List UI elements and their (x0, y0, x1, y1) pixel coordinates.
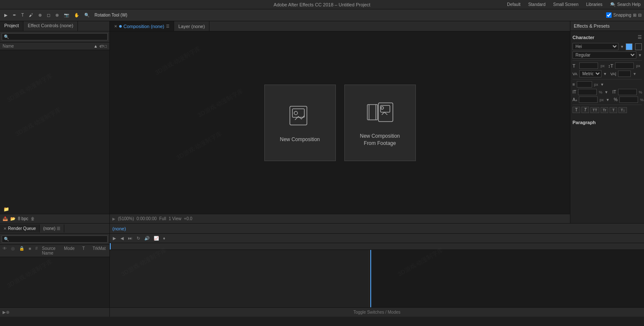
rq-close-icon[interactable]: ✕ (3, 227, 7, 231)
baseline-input[interactable]: 0 px (579, 96, 598, 103)
format-all-caps[interactable]: TT (590, 107, 599, 113)
metrics-select[interactable]: Metrics (579, 70, 601, 77)
timeline-controls: ▶ ◀ ⏭ ↻ 🔊 📈 ♦ (110, 234, 644, 243)
tl-playhead-right (370, 250, 371, 307)
tl-skip-btn[interactable]: ⏭ (127, 235, 134, 241)
tl-marker-btn[interactable]: ♦ (162, 235, 166, 241)
new-composition-from-footage-card[interactable]: New CompositionFrom Footage (344, 85, 416, 161)
zoom-tool[interactable]: 🔍 (83, 12, 91, 18)
style-dropdown-icon: ▼ (638, 53, 642, 57)
camera-tool[interactable]: 📷 (62, 12, 71, 18)
hz-input[interactable]: 0 % (619, 96, 638, 103)
rq-footer-icon2[interactable]: ⊕ (6, 310, 9, 315)
linespace-dropdown: ▼ (600, 82, 604, 87)
wm-tl-left: 3D游戏·动漫制字库 (120, 246, 168, 278)
new-composition-label: New Composition (280, 136, 320, 143)
it-label2: IT (613, 90, 616, 94)
tab-none[interactable]: (none) ☰ (40, 224, 64, 232)
workspace-small-screen[interactable]: Small Screen (550, 1, 581, 8)
character-menu-icon[interactable]: ☰ (638, 34, 642, 40)
workspace-libraries[interactable]: Libraries (583, 1, 606, 8)
hand-tool[interactable]: ✋ (72, 12, 81, 18)
tl-reverse-btn[interactable]: ◀ (119, 235, 125, 241)
hz-unit: % (640, 98, 644, 102)
wm-rq: 3D游戏·动漫制字库 (6, 258, 54, 289)
workspace-buttons: Default Standard Small Screen Libraries … (504, 1, 618, 8)
layer-tab-label: Layer (none) (178, 24, 205, 29)
selection-tool[interactable]: ▶ (3, 12, 9, 18)
comp-tab-menu[interactable]: ☰ (166, 24, 169, 28)
kerning-label: VA| (610, 72, 616, 76)
viewer-timecode: 0:00:00:00 (137, 216, 157, 221)
rq-none-menu[interactable]: ☰ (57, 226, 60, 231)
font-size-input[interactable]: 26 px (579, 62, 598, 69)
character-section: Character ☰ Hei ▼ Regular ▼ (570, 31, 644, 116)
viewer: 3D游戏·动漫制字库 3D游戏·动漫制字库 3D游戏·动漫制字库 New Com… (110, 31, 570, 214)
panel-footer: 📥 📂 8 bpc 🗑 (0, 214, 109, 223)
format-italic[interactable]: T (581, 107, 589, 113)
search-label[interactable]: Search Help (617, 2, 641, 7)
brush-tool[interactable]: 🖌 (27, 12, 35, 18)
scale-input1[interactable]: 100 % (578, 89, 597, 95)
project-search-input[interactable] (2, 33, 108, 40)
expand-icon: ⊟ (638, 13, 641, 17)
linespace-unit: px (594, 82, 598, 87)
format-small-caps[interactable]: Tr (601, 107, 608, 113)
new-folder-icon[interactable]: 📁 (3, 207, 9, 212)
rq-tab-label: Render Queue (8, 226, 36, 231)
tl-graph-btn[interactable]: 📈 (152, 235, 160, 241)
tab-layer[interactable]: Layer (none) (174, 21, 209, 31)
roto-tool[interactable]: ⊗ (54, 12, 60, 18)
clone-tool[interactable]: ⊕ (37, 12, 43, 18)
tab-effect-controls[interactable]: Effect Controls (none) (23, 21, 78, 31)
comp-tab-dot (119, 25, 122, 28)
format-super[interactable]: T (610, 107, 617, 113)
shape-tool[interactable]: ◻ (45, 12, 52, 18)
new-composition-card[interactable]: New Composition (264, 85, 336, 161)
tab-composition[interactable]: ✕ Composition (none) ☰ (110, 21, 174, 31)
folder-icon[interactable]: 📂 (10, 216, 15, 221)
scale2-unit: % (639, 90, 642, 94)
scale1-unit: % (599, 90, 602, 94)
tab-render-queue[interactable]: ✕ Render Queue (0, 224, 40, 232)
kerning-input[interactable]: 0 (618, 71, 631, 77)
comp-tab-close[interactable]: ✕ (114, 24, 117, 28)
rotation-tool-label: Rotation Tool (W) (94, 13, 127, 17)
separator-2 (572, 79, 642, 79)
tl-play-btn[interactable]: ▶ (112, 235, 117, 241)
import-icon[interactable]: 📥 (3, 216, 8, 221)
timeline: (none) ▶ ◀ ⏭ ↻ 🔊 📈 ♦ 3D游戏·动漫制字库 3D游戏·动漫制… (110, 224, 644, 317)
new-composition-icon (286, 102, 314, 129)
workspace-standard[interactable]: Standard (525, 1, 549, 8)
viewer-cards: New Composition (264, 85, 416, 161)
scale-input2[interactable]: 100 % (618, 89, 637, 95)
font-size-input2[interactable]: 92.4 px (615, 62, 634, 69)
stroke-color-swatch[interactable] (635, 43, 642, 50)
rq-search-input[interactable] (2, 235, 108, 243)
wm-viewer-2: 3D游戏·动漫制字库 (197, 87, 245, 119)
workspace-default[interactable]: Default (504, 1, 524, 8)
project-search-area (0, 31, 109, 43)
title-text: Adobe After Effects CC 2018 – Untitled P… (274, 2, 370, 7)
line-spacing-input[interactable]: - px (577, 81, 592, 88)
main-layout: Project Effect Controls (none) Name ▲ 🏷 … (0, 21, 644, 223)
rq-footer-icon1[interactable]: ▶ (3, 310, 6, 315)
text-tool[interactable]: T (20, 12, 26, 18)
style-select[interactable]: Regular (572, 51, 636, 59)
tab-project[interactable]: Project (0, 21, 23, 31)
font-select[interactable]: Hei (572, 43, 618, 50)
col-source-name: Source Name (42, 246, 56, 255)
format-sub[interactable]: T↓ (618, 107, 627, 113)
snapping-icon: ⊞ (633, 13, 636, 17)
snapping-checkbox[interactable] (606, 12, 612, 18)
scale-row1: IT 100 % % ▼ IT 100 % % ▼ (572, 89, 642, 95)
format-bold[interactable]: T (572, 107, 580, 113)
tl-mute-btn[interactable]: 🔊 (143, 235, 151, 241)
tl-loop-btn[interactable]: ↻ (135, 235, 141, 241)
pen-tool[interactable]: ✒ (11, 12, 18, 18)
delete-icon[interactable]: 🗑 (31, 216, 35, 221)
wm-viewer-3: 3D游戏·动漫制字库 (175, 130, 223, 162)
size-icon-2: ↕T (608, 63, 613, 68)
font-color-swatch[interactable] (626, 43, 633, 50)
paragraph-title: Paragraph (572, 120, 595, 125)
